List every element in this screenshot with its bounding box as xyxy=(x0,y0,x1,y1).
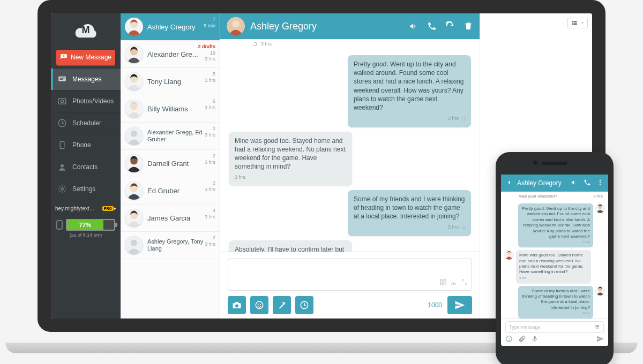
phone-device-icon xyxy=(56,220,63,230)
chat-avatar xyxy=(227,17,245,35)
back-icon[interactable] xyxy=(505,179,513,187)
scheduler-icon xyxy=(57,118,67,128)
expand-icon[interactable] xyxy=(461,278,468,288)
conversation-meta: 53 hrs xyxy=(205,71,215,84)
phone-input[interactable]: Type message xyxy=(505,321,604,333)
conversation-item[interactable]: Ashley Gregory, Tony Liang23 hrs xyxy=(121,232,220,259)
svg-point-35 xyxy=(600,180,601,181)
announce-icon[interactable] xyxy=(409,21,418,31)
template-icon[interactable] xyxy=(439,278,447,288)
list-icon[interactable] xyxy=(594,323,600,331)
chat-sub-time: 3 hrs xyxy=(261,41,272,47)
sidebar-item-label: Contacts xyxy=(72,163,98,171)
trash-icon[interactable] xyxy=(463,21,473,31)
camera-button[interactable] xyxy=(228,296,246,314)
message-time: 3 hrs xyxy=(235,174,346,180)
emoji-icon[interactable] xyxy=(505,335,513,344)
messages-icon xyxy=(57,74,67,84)
svg-point-37 xyxy=(600,184,601,185)
sidebar-item-phone[interactable]: Phone xyxy=(51,134,121,156)
sync-small-icon xyxy=(252,41,258,47)
svg-point-29 xyxy=(232,20,240,28)
sidebar-item-scheduler[interactable]: Scheduler xyxy=(51,112,121,134)
compose-input[interactable] xyxy=(228,259,472,291)
conversation-item[interactable]: Billy Williams63 hrs xyxy=(121,95,220,123)
conversation-item[interactable]: Ed Gruber23 hrs xyxy=(121,177,220,204)
logo-letter: M xyxy=(71,25,101,36)
conversation-meta: 23 hrs xyxy=(205,235,215,247)
conversation-item[interactable]: Darnell Grant23 hrs xyxy=(121,150,220,177)
phone-message-bubble: Some of my friends and I were thinking o… xyxy=(518,286,593,318)
phone-speaker xyxy=(542,162,567,165)
avatar xyxy=(504,250,514,260)
conversation-meta: 75 min xyxy=(204,17,215,29)
mic-icon[interactable] xyxy=(531,335,539,344)
conversation-item[interactable]: Ashley Gregory75 min xyxy=(121,13,220,41)
sidebar-item-settings[interactable]: Settings xyxy=(51,178,121,200)
call-icon[interactable] xyxy=(584,179,591,187)
send-button[interactable] xyxy=(447,296,472,314)
chevron-down-icon: ▾ xyxy=(114,206,116,211)
account-selector[interactable]: hey.mightytext@gmail... PRO ▾ xyxy=(51,202,121,215)
phone-header: Ashley Gregory xyxy=(501,175,608,192)
message-bubble: Absolutely. I'll have to confirm later b… xyxy=(229,240,352,252)
refresh-icon[interactable] xyxy=(445,21,455,31)
laptop-glyph-icon: ⌂ xyxy=(462,115,465,123)
svg-point-36 xyxy=(600,182,601,183)
battery-status: 77% (as of 6:14 pm) xyxy=(51,215,121,242)
svg-point-27 xyxy=(131,240,137,246)
phone-icon xyxy=(57,140,67,150)
phone-message-bubble: Mine was good too. Stayed home and had a… xyxy=(516,250,591,283)
conversation-meta: 43 hrs xyxy=(205,208,215,220)
chat-subheader: 3 hrs xyxy=(220,39,480,51)
conversation-item[interactable]: James Garcia43 hrs xyxy=(121,204,220,232)
phone-message-row: Pretty good. Went up to the city and wal… xyxy=(504,203,605,247)
svg-point-48 xyxy=(510,338,510,338)
call-icon[interactable] xyxy=(427,21,437,31)
cloud-icon: M xyxy=(71,21,101,41)
more-icon[interactable] xyxy=(596,179,604,187)
emoji-button[interactable] xyxy=(250,296,268,314)
schedule-button[interactable] xyxy=(295,296,313,314)
avatar xyxy=(125,181,143,200)
sidebar-item-label: Scheduler xyxy=(72,119,101,127)
svg-point-19 xyxy=(131,131,137,137)
message-row: Pretty good. Went up to the city and wal… xyxy=(229,55,471,127)
sidebar-item-label: Messages xyxy=(72,75,102,83)
sidebar-item-photos[interactable]: Photos/Videos xyxy=(51,90,121,112)
chat-panel: Ashley Gregory 3 hrs Pretty good. Went u… xyxy=(220,13,480,318)
sidebar-item-contacts[interactable]: Contacts xyxy=(51,156,121,178)
phone-screen: Ashley Gregory was your weekend? 3 hrs P… xyxy=(501,175,608,346)
magic-button[interactable] xyxy=(273,296,291,314)
avatar xyxy=(125,236,143,254)
new-message-button[interactable]: New Message xyxy=(56,50,115,65)
battery-asof: (as of 6:14 pm) xyxy=(56,232,115,238)
compose-area: 1000 xyxy=(220,252,480,318)
signature-icon[interactable] xyxy=(450,278,458,288)
svg-point-8 xyxy=(61,188,64,191)
svg-rect-2 xyxy=(60,79,63,80)
sidebar-item-label: Settings xyxy=(72,185,95,193)
settings-icon xyxy=(57,184,67,194)
battery-icon: 77% xyxy=(66,219,115,231)
conversation-item[interactable]: Alexander Gre...2 drafts193 hrs xyxy=(121,41,220,68)
avatar xyxy=(125,18,143,36)
svg-point-4 xyxy=(61,100,63,102)
phone-camera xyxy=(533,161,537,165)
account-email: hey.mightytext@gmail... xyxy=(55,206,100,211)
announce-icon[interactable] xyxy=(571,179,578,187)
app-logo: M xyxy=(51,13,121,47)
phone-frame: Ashley Gregory was your weekend? 3 hrs P… xyxy=(496,152,614,364)
svg-point-47 xyxy=(508,338,509,338)
phone-send-icon[interactable] xyxy=(596,335,604,344)
conversation-meta: 63 hrs xyxy=(205,98,215,111)
message-bubble: Pretty good. Went up to the city and wal… xyxy=(348,55,471,127)
conversation-item[interactable]: Alexander Gregg, Ed Gruber23 hrs xyxy=(121,123,220,150)
conversation-item[interactable]: Tony Liang53 hrs xyxy=(121,68,220,95)
message-bubble: Some of my friends and I were thinking o… xyxy=(348,190,471,236)
sidebar-item-label: Phone xyxy=(72,141,91,149)
sidebar-item-messages[interactable]: Messages xyxy=(51,68,121,90)
message-row: Mine was good too. Stayed home and had a… xyxy=(229,132,471,186)
view-mode-toggle[interactable] xyxy=(567,18,588,28)
attach-icon[interactable] xyxy=(518,335,526,344)
